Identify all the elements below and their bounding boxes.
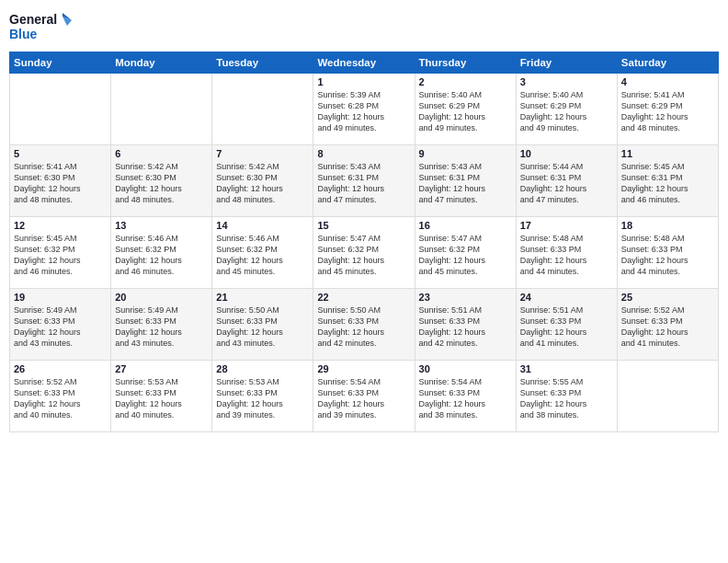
weekday-header-row: SundayMondayTuesdayWednesdayThursdayFrid… bbox=[10, 52, 719, 74]
day-info: Sunrise: 5:47 AM Sunset: 6:32 PM Dayligh… bbox=[317, 233, 410, 278]
day-info: Sunrise: 5:40 AM Sunset: 6:29 PM Dayligh… bbox=[520, 89, 613, 134]
calendar-cell: 23Sunrise: 5:51 AM Sunset: 6:33 PM Dayli… bbox=[415, 289, 516, 361]
calendar-cell: 25Sunrise: 5:52 AM Sunset: 6:33 PM Dayli… bbox=[617, 289, 718, 361]
day-number: 3 bbox=[520, 76, 613, 87]
day-info: Sunrise: 5:44 AM Sunset: 6:31 PM Dayligh… bbox=[520, 161, 613, 206]
calendar-cell: 24Sunrise: 5:51 AM Sunset: 6:33 PM Dayli… bbox=[516, 289, 617, 361]
day-number: 22 bbox=[317, 292, 410, 303]
day-info: Sunrise: 5:55 AM Sunset: 6:33 PM Dayligh… bbox=[520, 376, 613, 421]
calendar-cell bbox=[617, 361, 718, 432]
day-number: 30 bbox=[419, 363, 512, 374]
calendar-cell: 15Sunrise: 5:47 AM Sunset: 6:32 PM Dayli… bbox=[313, 217, 415, 289]
weekday-header: Thursday bbox=[415, 52, 516, 74]
day-number: 20 bbox=[115, 292, 208, 303]
day-info: Sunrise: 5:53 AM Sunset: 6:33 PM Dayligh… bbox=[216, 376, 309, 421]
calendar-cell: 22Sunrise: 5:50 AM Sunset: 6:33 PM Dayli… bbox=[313, 289, 415, 361]
day-info: Sunrise: 5:51 AM Sunset: 6:33 PM Dayligh… bbox=[419, 304, 512, 350]
day-number: 17 bbox=[520, 220, 613, 231]
weekday-header: Wednesday bbox=[313, 52, 415, 74]
day-number: 28 bbox=[216, 363, 309, 374]
day-number: 11 bbox=[621, 148, 714, 159]
day-info: Sunrise: 5:45 AM Sunset: 6:32 PM Dayligh… bbox=[14, 233, 107, 278]
day-number: 4 bbox=[621, 76, 714, 87]
calendar-cell: 9Sunrise: 5:43 AM Sunset: 6:31 PM Daylig… bbox=[415, 145, 516, 217]
calendar-cell: 3Sunrise: 5:40 AM Sunset: 6:29 PM Daylig… bbox=[516, 74, 617, 145]
day-info: Sunrise: 5:46 AM Sunset: 6:32 PM Dayligh… bbox=[216, 233, 309, 278]
calendar-cell: 6Sunrise: 5:42 AM Sunset: 6:30 PM Daylig… bbox=[111, 145, 212, 217]
calendar-cell: 2Sunrise: 5:40 AM Sunset: 6:29 PM Daylig… bbox=[415, 74, 516, 145]
day-info: Sunrise: 5:41 AM Sunset: 6:29 PM Dayligh… bbox=[621, 89, 714, 134]
day-number: 21 bbox=[216, 292, 309, 303]
day-number: 13 bbox=[115, 220, 208, 231]
day-info: Sunrise: 5:49 AM Sunset: 6:33 PM Dayligh… bbox=[115, 304, 208, 350]
calendar-cell bbox=[10, 74, 111, 145]
calendar-cell: 13Sunrise: 5:46 AM Sunset: 6:32 PM Dayli… bbox=[111, 217, 212, 289]
calendar-cell bbox=[212, 74, 313, 145]
day-info: Sunrise: 5:51 AM Sunset: 6:33 PM Dayligh… bbox=[520, 304, 613, 350]
day-info: Sunrise: 5:52 AM Sunset: 6:33 PM Dayligh… bbox=[14, 376, 107, 421]
calendar-cell: 18Sunrise: 5:48 AM Sunset: 6:33 PM Dayli… bbox=[617, 217, 718, 289]
header: General Blue bbox=[9, 9, 719, 44]
day-info: Sunrise: 5:42 AM Sunset: 6:30 PM Dayligh… bbox=[115, 161, 208, 206]
calendar-cell: 7Sunrise: 5:42 AM Sunset: 6:30 PM Daylig… bbox=[212, 145, 313, 217]
day-number: 5 bbox=[14, 148, 107, 159]
calendar-week-row: 1Sunrise: 5:39 AM Sunset: 6:28 PM Daylig… bbox=[10, 74, 719, 145]
day-number: 10 bbox=[520, 148, 613, 159]
calendar-cell: 12Sunrise: 5:45 AM Sunset: 6:32 PM Dayli… bbox=[10, 217, 111, 289]
day-number: 16 bbox=[419, 220, 512, 231]
calendar-cell: 28Sunrise: 5:53 AM Sunset: 6:33 PM Dayli… bbox=[212, 361, 313, 432]
day-info: Sunrise: 5:50 AM Sunset: 6:33 PM Dayligh… bbox=[317, 304, 410, 350]
weekday-header: Sunday bbox=[10, 52, 111, 74]
calendar-cell: 16Sunrise: 5:47 AM Sunset: 6:32 PM Dayli… bbox=[415, 217, 516, 289]
page: General Blue SundayMondayTuesdayWednesda… bbox=[0, 0, 728, 563]
day-info: Sunrise: 5:46 AM Sunset: 6:32 PM Dayligh… bbox=[115, 233, 208, 278]
day-info: Sunrise: 5:49 AM Sunset: 6:33 PM Dayligh… bbox=[14, 304, 107, 350]
calendar-cell: 1Sunrise: 5:39 AM Sunset: 6:28 PM Daylig… bbox=[313, 74, 415, 145]
day-info: Sunrise: 5:41 AM Sunset: 6:30 PM Dayligh… bbox=[14, 161, 107, 206]
day-number: 8 bbox=[317, 148, 410, 159]
day-number: 19 bbox=[14, 292, 107, 303]
day-number: 29 bbox=[317, 363, 410, 374]
day-number: 2 bbox=[419, 76, 512, 87]
calendar-cell: 21Sunrise: 5:50 AM Sunset: 6:33 PM Dayli… bbox=[212, 289, 313, 361]
calendar-cell: 30Sunrise: 5:54 AM Sunset: 6:33 PM Dayli… bbox=[415, 361, 516, 432]
day-number: 25 bbox=[621, 292, 714, 303]
day-number: 14 bbox=[216, 220, 309, 231]
day-info: Sunrise: 5:47 AM Sunset: 6:32 PM Dayligh… bbox=[419, 233, 512, 278]
weekday-header: Monday bbox=[111, 52, 212, 74]
calendar-cell: 19Sunrise: 5:49 AM Sunset: 6:33 PM Dayli… bbox=[10, 289, 111, 361]
calendar-cell: 10Sunrise: 5:44 AM Sunset: 6:31 PM Dayli… bbox=[516, 145, 617, 217]
day-info: Sunrise: 5:52 AM Sunset: 6:33 PM Dayligh… bbox=[621, 304, 714, 350]
day-number: 6 bbox=[115, 148, 208, 159]
day-info: Sunrise: 5:48 AM Sunset: 6:33 PM Dayligh… bbox=[621, 233, 714, 278]
day-number: 15 bbox=[317, 220, 410, 231]
day-info: Sunrise: 5:39 AM Sunset: 6:28 PM Dayligh… bbox=[317, 89, 410, 134]
calendar-week-row: 12Sunrise: 5:45 AM Sunset: 6:32 PM Dayli… bbox=[10, 217, 719, 289]
svg-text:General: General bbox=[9, 12, 57, 27]
day-info: Sunrise: 5:42 AM Sunset: 6:30 PM Dayligh… bbox=[216, 161, 309, 206]
calendar-cell: 14Sunrise: 5:46 AM Sunset: 6:32 PM Dayli… bbox=[212, 217, 313, 289]
day-number: 9 bbox=[419, 148, 512, 159]
day-number: 27 bbox=[115, 363, 208, 374]
calendar-cell: 17Sunrise: 5:48 AM Sunset: 6:33 PM Dayli… bbox=[516, 217, 617, 289]
day-info: Sunrise: 5:45 AM Sunset: 6:31 PM Dayligh… bbox=[621, 161, 714, 206]
day-number: 24 bbox=[520, 292, 613, 303]
logo: General Blue bbox=[9, 9, 74, 44]
calendar-cell: 8Sunrise: 5:43 AM Sunset: 6:31 PM Daylig… bbox=[313, 145, 415, 217]
calendar-cell: 29Sunrise: 5:54 AM Sunset: 6:33 PM Dayli… bbox=[313, 361, 415, 432]
calendar-table: SundayMondayTuesdayWednesdayThursdayFrid… bbox=[9, 52, 719, 432]
day-number: 23 bbox=[419, 292, 512, 303]
day-number: 18 bbox=[621, 220, 714, 231]
day-number: 26 bbox=[14, 363, 107, 374]
weekday-header: Saturday bbox=[617, 52, 718, 74]
day-info: Sunrise: 5:40 AM Sunset: 6:29 PM Dayligh… bbox=[419, 89, 512, 134]
day-number: 1 bbox=[317, 76, 410, 87]
weekday-header: Friday bbox=[516, 52, 617, 74]
logo-svg: General Blue bbox=[9, 9, 74, 44]
day-info: Sunrise: 5:54 AM Sunset: 6:33 PM Dayligh… bbox=[317, 376, 410, 421]
calendar-week-row: 19Sunrise: 5:49 AM Sunset: 6:33 PM Dayli… bbox=[10, 289, 719, 361]
calendar-cell: 26Sunrise: 5:52 AM Sunset: 6:33 PM Dayli… bbox=[10, 361, 111, 432]
calendar-cell bbox=[111, 74, 212, 145]
day-number: 12 bbox=[14, 220, 107, 231]
day-info: Sunrise: 5:54 AM Sunset: 6:33 PM Dayligh… bbox=[419, 376, 512, 421]
